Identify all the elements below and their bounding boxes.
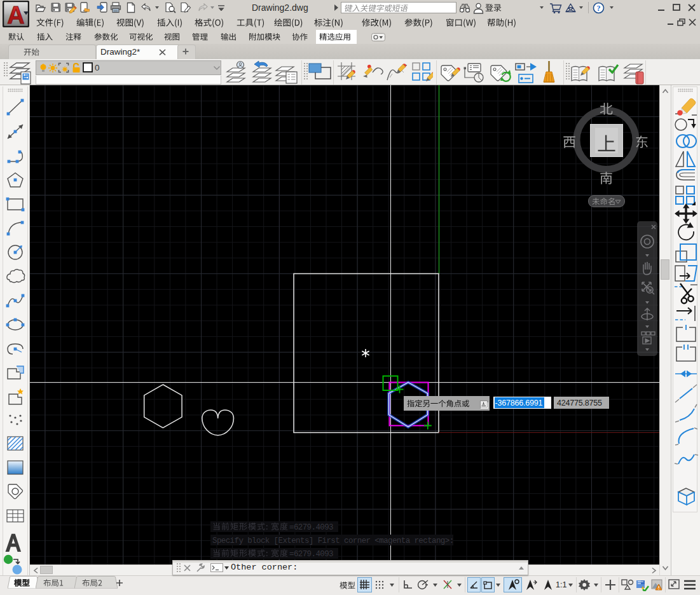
svg-text:A: A bbox=[7, 2, 24, 27]
svg-text:?: ? bbox=[597, 4, 601, 13]
